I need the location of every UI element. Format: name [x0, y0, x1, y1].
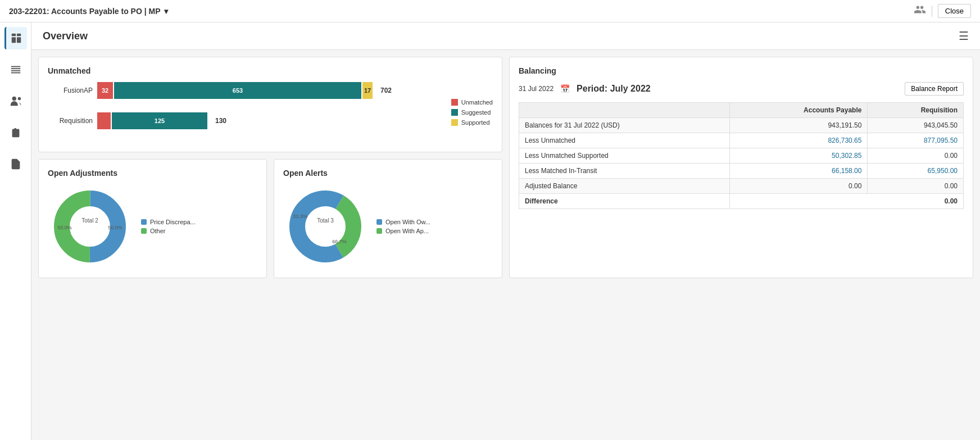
legend-item-open-owner: Open With Ow...: [376, 219, 430, 225]
balance-table-header: Accounts Payable Requisition: [519, 103, 964, 118]
balance-row-req: 0.00: [868, 148, 964, 164]
balance-row-label: Less Unmatched: [519, 133, 730, 148]
open-adjustments-legend: Price Discrepa... Other: [141, 219, 196, 234]
svg-text:33.3%: 33.3%: [293, 214, 307, 219]
legend-unmatched: Unmatched: [451, 99, 493, 106]
bar-yellow-fusionap: 17: [362, 82, 373, 99]
bar-container-requisition: 125: [97, 112, 207, 129]
bar-teal-requisition: 125: [112, 112, 207, 129]
svg-text:66.7%: 66.7%: [332, 239, 347, 244]
balance-table-row: Adjusted Balance0.000.00: [519, 179, 964, 194]
open-alerts-title: Open Alerts: [283, 169, 493, 178]
page-title: 203-22201: Accounts Payable to PO | MP ▾: [9, 7, 168, 16]
bar-total-fusionap: 702: [380, 87, 392, 94]
sidebar-item-reports[interactable]: [4, 121, 27, 144]
col-header-req: Requisition: [868, 103, 964, 118]
dropdown-icon[interactable]: ▾: [164, 7, 168, 16]
top-bar: 203-22201: Accounts Payable to PO | MP ▾…: [0, 0, 980, 22]
bar-label-fusionap: FusionAP: [48, 87, 93, 94]
open-adjustments-chart: Total 2 50.0% 50.0% Price Discrepa...: [48, 184, 257, 269]
balance-row-ap: 943,191.50: [729, 118, 868, 133]
balance-row-ap[interactable]: 66,158.00: [729, 164, 868, 179]
menu-icon[interactable]: ☰: [959, 29, 969, 43]
sidebar-item-overview[interactable]: [4, 27, 27, 49]
balancing-title: Balancing: [519, 66, 964, 75]
legend-supported: Supported: [451, 119, 493, 126]
top-bar-actions: Close: [914, 3, 971, 19]
legend-label-open-ap: Open With Ap...: [385, 228, 429, 234]
balance-table: Accounts Payable Requisition Balances fo…: [519, 102, 964, 209]
col-header-label: [519, 103, 730, 118]
user-icon[interactable]: [914, 3, 926, 19]
legend-dot-teal: [451, 109, 458, 116]
title-text: 203-22201: Accounts Payable to PO | MP: [9, 7, 161, 16]
legend-dot-price: [141, 219, 147, 225]
legend-label-price: Price Discrepa...: [150, 219, 196, 225]
dashboard: Unmatched FusionAP 32 653 17: [31, 50, 980, 285]
bar-chart-wrapper: FusionAP 32 653 17 702 Requisition: [48, 82, 493, 143]
legend-label-supported: Supported: [461, 119, 490, 126]
sidebar-item-list[interactable]: [4, 58, 27, 81]
donut-row: Open Adjustments Total 2 50.0% 50.0%: [38, 159, 502, 278]
balance-row-ap[interactable]: 826,730.65: [729, 133, 868, 148]
balance-row-req[interactable]: 65,950.00: [868, 164, 964, 179]
balancing-card: Balancing 31 Jul 2022 📅 Period: July 202…: [509, 57, 973, 278]
bar-row-requisition: Requisition 125 130: [48, 112, 440, 129]
open-alerts-legend: Open With Ow... Open With Ap...: [376, 219, 430, 234]
legend-label-suggested: Suggested: [461, 109, 491, 116]
balance-row-ap: 0.00: [729, 179, 868, 194]
dashboard-right: Balancing 31 Jul 2022 📅 Period: July 202…: [509, 57, 973, 278]
legend-dot-open-owner: [376, 219, 382, 225]
svg-rect-7: [11, 72, 20, 74]
balancing-header: 31 Jul 2022 📅 Period: July 2022 Balance …: [519, 82, 964, 96]
svg-text:Total 3: Total 3: [317, 217, 334, 224]
legend-dot-yellow: [451, 119, 458, 126]
legend-item-price: Price Discrepa...: [141, 219, 196, 225]
unmatched-card: Unmatched FusionAP 32 653 17: [38, 57, 502, 152]
bar-red-requisition: [97, 112, 111, 129]
legend-label-open-owner: Open With Ow...: [385, 219, 430, 225]
open-adjustments-title: Open Adjustments: [48, 169, 257, 178]
legend-dot-red: [451, 99, 458, 106]
open-adjustments-card: Open Adjustments Total 2 50.0% 50.0%: [38, 159, 267, 278]
balance-report-button[interactable]: Balance Report: [905, 82, 964, 96]
main-layout: Overview ☰ Unmatched FusionAP: [0, 22, 980, 440]
dashboard-left: Unmatched FusionAP 32 653 17: [38, 57, 502, 278]
svg-text:50.0%: 50.0%: [108, 225, 122, 230]
balance-row-label: Less Unmatched Supported: [519, 148, 730, 164]
legend-suggested: Suggested: [451, 109, 493, 116]
balance-table-row: Less Unmatched826,730.65877,095.50: [519, 133, 964, 148]
open-alerts-card: Open Alerts Total 3 33.3% 66.7%: [274, 159, 502, 278]
close-button[interactable]: Close: [938, 4, 971, 18]
balance-table-row: Balances for 31 Jul 2022 (USD)943,191.50…: [519, 118, 964, 133]
svg-rect-6: [11, 70, 20, 71]
overview-header: Overview ☰: [31, 22, 980, 50]
bar-container-fusionap: 32 653 17: [97, 82, 373, 99]
balance-row-req[interactable]: 877,095.50: [868, 133, 964, 148]
donut-svg-adjustments: Total 2 50.0% 50.0%: [48, 184, 132, 269]
bars-section: FusionAP 32 653 17 702 Requisition: [48, 82, 440, 143]
col-header-ap: Accounts Payable: [729, 103, 868, 118]
svg-rect-3: [17, 37, 21, 43]
sidebar-item-users[interactable]: [4, 90, 27, 112]
legend-item-open-ap: Open With Ap...: [376, 228, 430, 234]
legend-dot-open-ap: [376, 228, 382, 234]
svg-point-8: [12, 97, 16, 101]
balance-table-row: Difference0.00: [519, 194, 964, 209]
balancing-period: Period: July 2022: [577, 84, 898, 94]
balancing-date: 31 Jul 2022: [519, 85, 553, 93]
balance-table-row: Less Matched In-Transit66,158.0065,950.0…: [519, 164, 964, 179]
svg-text:Total 2: Total 2: [81, 217, 98, 224]
calendar-icon[interactable]: 📅: [560, 84, 570, 93]
overview-title: Overview: [43, 30, 88, 42]
bar-total-requisition: 130: [215, 117, 226, 125]
balance-row-ap[interactable]: 50,302.85: [729, 148, 868, 164]
legend-section: Unmatched Suggested Supported: [440, 82, 493, 143]
sidebar: [0, 22, 31, 440]
balance-row-req: 0.00: [868, 179, 964, 194]
balance-row-label: Balances for 31 Jul 2022 (USD): [519, 118, 730, 133]
bar-row-fusionap: FusionAP 32 653 17 702: [48, 82, 440, 99]
sidebar-item-audit[interactable]: [4, 153, 27, 175]
svg-point-9: [17, 97, 20, 101]
open-alerts-chart: Total 3 33.3% 66.7% Open With Ow...: [283, 184, 493, 269]
